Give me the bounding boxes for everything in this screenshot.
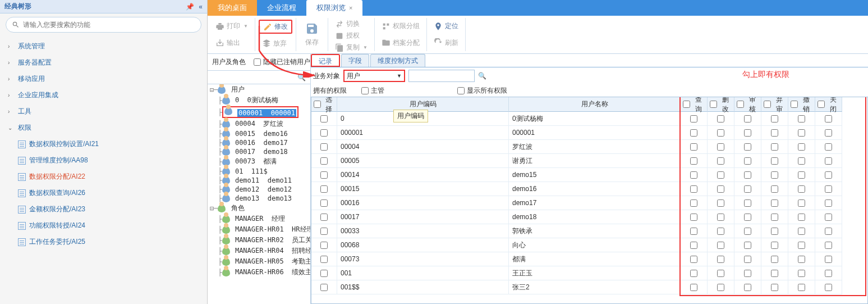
tree-node[interactable]: ├ demo12 demo12 <box>208 185 310 194</box>
tree-node[interactable]: ├ 00015 demo16 <box>208 129 310 138</box>
archive-button[interactable]: 档案分配 <box>378 37 423 49</box>
row-select-checkbox[interactable] <box>320 199 328 207</box>
perm-checkbox[interactable] <box>744 214 751 221</box>
export-button[interactable]: 输出 <box>212 37 251 49</box>
header-checkbox[interactable] <box>737 101 744 108</box>
perm-checkbox[interactable] <box>798 256 805 263</box>
perm-checkbox[interactable] <box>744 157 751 165</box>
perm-checkbox[interactable] <box>798 115 805 122</box>
row-select-checkbox[interactable] <box>320 171 328 179</box>
nav-item[interactable]: ›移动应用 <box>0 71 207 87</box>
subtab[interactable]: 记录 <box>311 54 340 67</box>
nav-sub-item[interactable]: 数据权限查询/AI26 <box>10 185 207 201</box>
tree-node[interactable]: ├ 00017 demo18 <box>208 147 310 156</box>
table-header[interactable]: 删改 <box>708 97 734 112</box>
perm-checkbox[interactable] <box>690 214 697 221</box>
perm-checkbox[interactable] <box>771 199 778 207</box>
perm-checkbox[interactable] <box>825 185 832 193</box>
perm-checkbox[interactable] <box>798 270 805 277</box>
perm-checkbox[interactable] <box>717 242 724 249</box>
tree-node[interactable]: ├ 0 0测试杨梅 <box>208 95 310 106</box>
nav-sub-item[interactable]: 金额权限分配/AI23 <box>10 201 207 217</box>
perm-checkbox[interactable] <box>771 143 778 151</box>
nav-sub-item[interactable]: 工作任务委托/AI25 <box>10 234 207 250</box>
perm-checkbox[interactable] <box>825 214 832 221</box>
tree-node[interactable]: ├ 01 111$ <box>208 167 310 176</box>
perm-checkbox[interactable] <box>771 256 778 263</box>
perm-checkbox[interactable] <box>825 171 832 179</box>
perm-checkbox[interactable] <box>825 256 832 263</box>
perm-checkbox[interactable] <box>771 214 778 221</box>
perm-checkbox[interactable] <box>744 129 751 137</box>
header-checkbox[interactable] <box>314 101 321 108</box>
bo-search-icon[interactable]: 🔍 <box>478 72 486 80</box>
perm-checkbox[interactable] <box>825 199 832 207</box>
bo-select[interactable]: 用户▼ <box>343 70 405 82</box>
pin-icon[interactable]: 📌 <box>186 3 194 11</box>
subtab[interactable]: 字段 <box>341 54 369 67</box>
tree-node[interactable]: ⊟─ 角色 <box>208 203 310 214</box>
perm-checkbox[interactable] <box>690 143 697 151</box>
perm-checkbox[interactable] <box>825 242 832 249</box>
table-header[interactable]: 审核 <box>734 97 761 112</box>
nav-sub-item[interactable]: 功能权限转授/AI24 <box>10 217 207 234</box>
perm-checkbox[interactable] <box>690 284 697 291</box>
close-icon[interactable]: × <box>349 4 352 11</box>
perm-checkbox[interactable] <box>717 143 724 151</box>
tree-node[interactable]: ├ MANAGER-HR04 招聘经 <box>208 246 310 256</box>
tab[interactable]: 企业流程 <box>257 0 306 16</box>
perm-checkbox[interactable] <box>717 115 724 122</box>
hide-cancelled-checkbox[interactable]: 隐藏已注销用户 <box>254 57 310 67</box>
tree-node[interactable]: ├ MANAGER 经理 <box>208 214 310 224</box>
tree-node[interactable]: ├ 00004 罗红波 <box>208 119 310 129</box>
perm-checkbox[interactable] <box>744 115 751 122</box>
row-select-checkbox[interactable] <box>320 284 328 291</box>
row-select-checkbox[interactable] <box>320 185 328 193</box>
perm-checkbox[interactable] <box>744 199 751 207</box>
tree-node[interactable]: ├ MANAGER-HR06 绩效主 <box>208 267 310 278</box>
row-select-checkbox[interactable] <box>320 129 328 137</box>
perm-checkbox[interactable] <box>690 115 697 122</box>
locate-button[interactable]: 定位 <box>430 20 462 32</box>
tree-node[interactable]: ├ 00073 都满 <box>208 156 310 167</box>
perm-checkbox[interactable] <box>798 157 805 165</box>
nav-item[interactable]: ›工具 <box>0 103 207 120</box>
perm-checkbox[interactable] <box>690 185 697 193</box>
perm-checkbox[interactable] <box>825 284 832 291</box>
tree-node[interactable]: ⊟─ 用户 <box>208 84 310 95</box>
perm-checkbox[interactable] <box>825 270 832 277</box>
row-select-checkbox[interactable] <box>320 143 328 151</box>
tree-node[interactable]: ├ 00016 demo17 <box>208 138 310 147</box>
refresh-button[interactable]: 刷新 <box>430 37 462 49</box>
perm-checkbox[interactable] <box>690 270 697 277</box>
binoculars-icon[interactable]: 🔍 <box>297 74 306 81</box>
nav-sub-item[interactable]: 数据权限控制设置/AI21 <box>10 136 207 152</box>
perm-checkbox[interactable] <box>690 256 697 263</box>
row-select-checkbox[interactable] <box>320 157 328 165</box>
perm-checkbox[interactable] <box>798 214 805 221</box>
perm-checkbox[interactable] <box>717 199 724 207</box>
perm-checkbox[interactable] <box>690 157 697 165</box>
perm-checkbox[interactable] <box>690 199 697 207</box>
subtab[interactable]: 维度控制方式 <box>370 54 425 67</box>
save-button[interactable]: 保存 <box>300 18 324 51</box>
perm-checkbox[interactable] <box>825 115 832 122</box>
collapse-icon[interactable]: « <box>199 3 203 11</box>
perm-checkbox[interactable] <box>771 185 778 193</box>
header-checkbox[interactable] <box>764 101 771 108</box>
perm-checkbox[interactable] <box>771 129 778 137</box>
tree-node[interactable]: ├ demo11 demo11 <box>208 176 310 185</box>
nav-sub-item[interactable]: 数据权限分配/AI22 <box>10 169 207 185</box>
perm-checkbox[interactable] <box>771 171 778 179</box>
perm-checkbox[interactable] <box>798 242 805 249</box>
nav-sub-item[interactable]: 管理维度控制/AA98 <box>10 152 207 169</box>
perm-checkbox[interactable] <box>690 228 697 235</box>
perm-checkbox[interactable] <box>717 171 724 179</box>
perm-checkbox[interactable] <box>717 129 724 137</box>
copy-button[interactable]: 复制▼ <box>332 42 371 53</box>
supervisor-checkbox[interactable]: 主管 <box>361 86 384 96</box>
perm-checkbox[interactable] <box>717 157 724 165</box>
perm-checkbox[interactable] <box>771 157 778 165</box>
table-header[interactable]: 撤销 <box>788 97 815 112</box>
print-button[interactable]: 打印▼ <box>212 20 251 32</box>
